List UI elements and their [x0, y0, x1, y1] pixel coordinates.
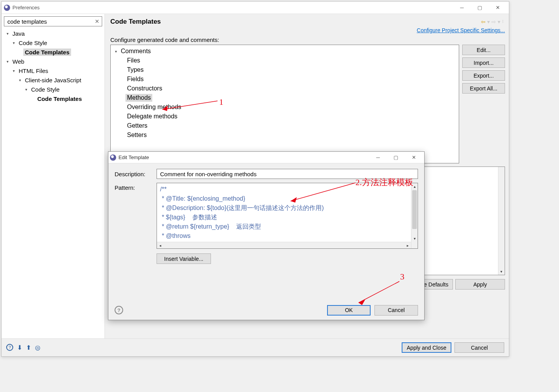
description-input[interactable] [157, 169, 418, 179]
pattern-field: Pattern: /** * @Title: ${enclosing_metho… [115, 183, 418, 297]
dialog-footer: ? OK Cancel [108, 300, 424, 320]
forward-menu-icon[interactable]: ▾ [498, 19, 500, 25]
pattern-textarea[interactable]: /** * @Title: ${enclosing_method} * @Des… [157, 183, 418, 249]
pattern-vscroll[interactable]: ▴▾ [411, 183, 418, 248]
back-menu-icon[interactable]: ▾ [487, 19, 490, 25]
export-all-button[interactable]: Export All... [462, 83, 505, 94]
window-buttons: ─ ▢ ✕ [453, 2, 507, 14]
template-buttons: Edit... Import... Export... Export All..… [462, 45, 505, 163]
close-button[interactable]: ✕ [489, 2, 507, 14]
tree-code-templates[interactable]: Code Templates [5, 47, 103, 57]
menu-icon[interactable]: ⠇ [502, 19, 505, 24]
titlebar: Preferences ─ ▢ ✕ [2, 2, 509, 14]
tree-code-style[interactable]: ▾Code Style [5, 38, 103, 47]
page-nav-icons: ⇦▾ ⇨▾ ⠇ [481, 19, 505, 25]
dialog-maximize-button[interactable]: ▢ [387, 152, 405, 163]
configure-label: Configure generated code and comments: [110, 36, 505, 43]
tree-comments[interactable]: ▾Comments [113, 47, 456, 56]
dialog-titlebar: Edit Template ─ ▢ ✕ [108, 152, 424, 163]
dialog-app-icon [110, 154, 116, 161]
export-prefs-icon[interactable]: ⬆ [26, 344, 31, 351]
tree-web[interactable]: ▾Web [5, 57, 103, 66]
help-icon[interactable]: ? [6, 344, 13, 351]
dialog-body: Description: Pattern: /** * @Title: ${en… [108, 163, 424, 300]
apply-button[interactable]: Apply [455, 279, 505, 290]
dialog-help-icon[interactable]: ? [115, 306, 123, 314]
tree-item-overriding[interactable]: Overriding methods [113, 102, 456, 112]
tree-client-js[interactable]: ▾Client-side JavaScript [5, 75, 103, 85]
page-title: Code Templates [110, 18, 481, 26]
preference-tree[interactable]: ▾Java ▾Code Style Code Templates ▾Web ▾H… [3, 29, 103, 103]
tree-item-fields[interactable]: Fields [113, 75, 456, 84]
dialog-minimize-button[interactable]: ─ [369, 152, 387, 163]
edit-template-dialog: Edit Template ─ ▢ ✕ Description: Pattern… [108, 151, 425, 320]
tree-item-setters[interactable]: Setters [113, 130, 456, 140]
templates-tree[interactable]: ▾Comments Files Types Fields Constructor… [110, 45, 459, 163]
footer-icons: ? ⬇ ⬆ ◎ [6, 344, 40, 351]
pattern-label: Pattern: [115, 183, 157, 297]
tree-item-getters[interactable]: Getters [113, 121, 456, 130]
main-footer: ? ⬇ ⬆ ◎ Apply and Close Cancel [2, 338, 509, 356]
import-prefs-icon[interactable]: ⬇ [17, 344, 22, 351]
apply-close-button[interactable]: Apply and Close [402, 342, 451, 353]
project-settings-link[interactable]: Configure Project Specific Settings... [110, 27, 505, 33]
description-field: Description: [115, 169, 418, 179]
tree-item-methods[interactable]: Methods [113, 93, 456, 102]
import-button[interactable]: Import... [462, 57, 505, 68]
page-header: Code Templates ⇦▾ ⇨▾ ⠇ [110, 18, 505, 26]
description-label: Description: [115, 171, 157, 177]
target-icon[interactable]: ◎ [35, 344, 40, 351]
app-icon [4, 5, 10, 11]
back-icon[interactable]: ⇦ [481, 19, 486, 25]
dialog-title: Edit Template [118, 154, 369, 160]
dialog-close-button[interactable]: ✕ [405, 152, 423, 163]
filter-search-wrap: ✕ [4, 16, 102, 26]
preview-vscroll[interactable]: ▾ [498, 167, 505, 275]
tree-item-files[interactable]: Files [113, 56, 456, 65]
ok-button[interactable]: OK [327, 305, 371, 316]
tree-item-types[interactable]: Types [113, 65, 456, 75]
insert-variable-button[interactable]: Insert Variable... [157, 253, 211, 264]
filter-search-input[interactable] [4, 16, 102, 26]
tree-html-files[interactable]: ▾HTML Files [5, 66, 103, 75]
forward-icon[interactable]: ⇨ [491, 19, 496, 25]
export-button[interactable]: Export... [462, 70, 505, 81]
maximize-button[interactable]: ▢ [471, 2, 489, 14]
pattern-hscroll[interactable]: ◂▸ [157, 242, 411, 248]
config-row: ▾Comments Files Types Fields Constructor… [110, 45, 505, 163]
tree-code-style-2[interactable]: ▾Code Style [5, 85, 103, 94]
tree-item-delegate[interactable]: Delegate methods [113, 112, 456, 121]
tree-java[interactable]: ▾Java [5, 29, 103, 38]
tree-item-constructors[interactable]: Constructors [113, 84, 456, 93]
clear-search-icon[interactable]: ✕ [94, 18, 101, 25]
cancel-button[interactable]: Cancel [455, 342, 504, 353]
dialog-cancel-button[interactable]: Cancel [374, 305, 418, 316]
tree-code-templates-2[interactable]: Code Templates [5, 94, 103, 103]
minimize-button[interactable]: ─ [453, 2, 471, 14]
edit-button[interactable]: Edit... [462, 45, 505, 55]
filter-panel: ✕ ▾Java ▾Code Style Code Templates ▾Web … [2, 14, 105, 338]
window-title: Preferences [12, 5, 453, 10]
